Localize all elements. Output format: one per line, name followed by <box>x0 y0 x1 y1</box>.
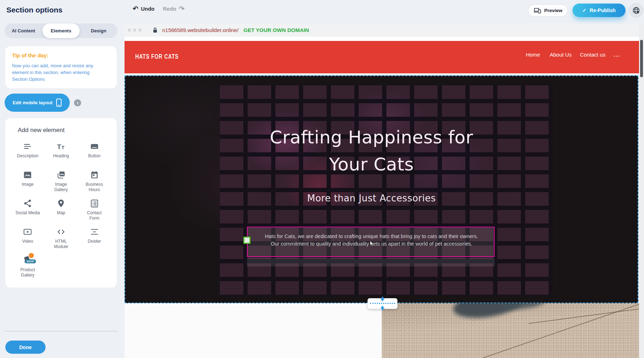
resize-dotted-line <box>370 303 395 304</box>
browser-dot <box>128 28 131 32</box>
element-label: Image Gallery <box>48 182 74 193</box>
element-business-hours[interactable]: Business Hours <box>78 170 111 199</box>
contact-form-icon <box>90 199 99 208</box>
element-label: Divider <box>88 239 101 244</box>
add-new-element-title: Add new element <box>18 127 111 134</box>
element-heading[interactable]: TT Heading <box>44 142 78 170</box>
element-product-gallery[interactable]: SHOP ↑ Product Gallery <box>11 256 44 284</box>
tab-elements[interactable]: Elements <box>42 23 80 38</box>
lock-icon <box>152 27 158 33</box>
element-label: Image <box>22 182 33 187</box>
element-image-gallery[interactable]: Image Gallery <box>44 170 78 199</box>
element-video[interactable]: Video <box>11 227 44 256</box>
edit-mobile-layout-button[interactable]: Edit mobile layout <box>5 94 70 112</box>
devices-icon <box>533 7 541 14</box>
next-section-background[interactable] <box>125 303 382 358</box>
nav-about-us[interactable]: About Us <box>550 52 572 58</box>
add-new-element-panel: Add new element Description TT Heading B… <box>5 118 117 288</box>
element-label: Map <box>57 210 65 216</box>
button-icon <box>90 142 99 151</box>
element-label: Heading <box>53 153 69 159</box>
redo-icon: ↷ <box>179 5 185 12</box>
page-title: Section options <box>6 6 63 14</box>
page-background <box>125 37 639 41</box>
undo-button[interactable]: ↶ Undo <box>133 5 154 12</box>
preview-label: Preview <box>544 8 562 13</box>
top-toolbar: Section options ↶ Undo Redo ↷ Preview ✓ … <box>0 0 644 21</box>
get-domain-link[interactable]: GET YOUR OWN DOMAIN <box>243 27 309 33</box>
section-options-sidebar: AI Content Elements Design Tip of the da… <box>0 0 125 358</box>
element-description[interactable]: Description <box>11 142 44 170</box>
element-html-module[interactable]: HTML Module <box>44 227 78 256</box>
social-media-icon <box>23 199 32 208</box>
video-icon <box>23 227 32 237</box>
image-gallery-icon <box>56 170 66 180</box>
undo-icon: ↶ <box>133 5 138 12</box>
undo-label: Undo <box>141 6 154 12</box>
preview-scrollbar[interactable] <box>639 23 644 358</box>
tip-title: Tip of the day: <box>12 52 110 58</box>
nav-contact-us[interactable]: Contact us <box>580 52 606 58</box>
edit-mobile-label: Edit mobile layout <box>13 100 53 105</box>
element-label: Description <box>17 153 38 159</box>
pavement-texture <box>382 303 639 358</box>
arrow-stem <box>382 308 383 310</box>
selection-resize-handle[interactable] <box>243 237 250 244</box>
info-icon[interactable]: i <box>74 99 81 106</box>
element-label: Contact Form <box>81 210 107 221</box>
divider-icon <box>90 227 99 237</box>
mouse-cursor <box>370 241 375 247</box>
nav-more-button[interactable]: ... <box>614 52 621 58</box>
heading-icon: TT <box>56 142 66 151</box>
element-label: Social Media <box>15 210 40 216</box>
globe-icon <box>632 6 640 15</box>
hero-section-selected[interactable]: Crafting Happiness for Your Cats More th… <box>125 75 638 303</box>
nav-home[interactable]: Home <box>526 52 540 58</box>
element-button[interactable]: Button <box>78 142 111 170</box>
preview-button[interactable]: Preview <box>528 4 568 17</box>
description-icon <box>23 142 32 151</box>
element-map[interactable]: Map <box>44 199 78 227</box>
republish-button[interactable]: ✓ Re-Publish <box>572 4 625 17</box>
shop-badge: SHOP <box>25 259 36 263</box>
element-image[interactable]: Image <box>11 170 44 199</box>
sidebar-divider <box>5 331 117 331</box>
svg-text:T: T <box>57 143 61 151</box>
site-logo[interactable]: HATS FOR CATS <box>135 53 179 60</box>
svg-text:T: T <box>62 145 65 150</box>
done-button[interactable]: Done <box>5 341 46 354</box>
browser-chrome: n1566589.websitebuilder.online/ GET YOUR… <box>125 23 644 37</box>
url-text[interactable]: n1566589.websitebuilder.online/ <box>162 27 238 33</box>
hero-heading[interactable]: Crafting Happiness for Your Cats <box>125 124 618 178</box>
element-label: Product Gallery <box>15 267 41 278</box>
element-label: HTML Module <box>48 239 74 249</box>
browser-dot <box>138 28 142 32</box>
image-icon <box>23 170 32 180</box>
scrollbar-thumb[interactable] <box>640 40 643 77</box>
element-contact-form[interactable]: Contact Form <box>78 199 111 227</box>
site-header[interactable]: HATS FOR CATS Home About Us Contact us .… <box>125 41 639 73</box>
map-pin-icon <box>56 199 66 208</box>
redo-button[interactable]: Redo ↷ <box>163 5 184 12</box>
upgrade-badge-icon: ↑ <box>29 253 34 258</box>
phone-icon <box>56 99 62 107</box>
site-preview: n1566589.websitebuilder.online/ GET YOUR… <box>125 21 644 358</box>
element-divider[interactable]: Divider <box>78 227 111 256</box>
tab-design[interactable]: Design <box>80 23 117 38</box>
tip-of-the-day-card: Tip of the day: Now you can add, move an… <box>5 46 117 88</box>
tab-ai-content[interactable]: AI Content <box>5 23 42 38</box>
product-gallery-icon: SHOP ↑ <box>22 254 34 265</box>
sidebar-tabs: AI Content Elements Design <box>5 23 117 38</box>
language-globe-button[interactable] <box>629 3 644 18</box>
element-label: Video <box>22 239 33 244</box>
section-height-resize-handle[interactable] <box>368 298 397 309</box>
element-label: Business Hours <box>81 182 107 193</box>
hero-subheading[interactable]: More than Just Accessories <box>125 193 618 204</box>
element-label: Button <box>88 153 101 159</box>
code-icon <box>56 227 66 237</box>
tip-body: Now you can add, move and resize any ele… <box>12 62 105 83</box>
element-grid: Description TT Heading Button Image Imag… <box>11 142 111 284</box>
pavement-photo[interactable] <box>382 303 639 358</box>
element-social-media[interactable]: Social Media <box>11 199 44 227</box>
arrow-down-icon <box>380 299 385 301</box>
